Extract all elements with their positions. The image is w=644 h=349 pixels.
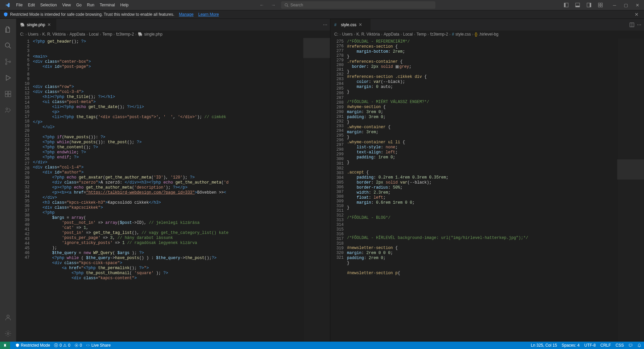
notifications-icon[interactable]	[637, 343, 641, 347]
svg-point-12	[5, 43, 10, 47]
breadcrumb-segment[interactable]: fz3temp-2	[116, 32, 134, 37]
breadcrumbs-left[interactable]: C:›Users›K. R. Viktória›AppData›Local›Te…	[16, 31, 330, 38]
breadcrumb-segment[interactable]: #style.css	[452, 32, 471, 37]
menu-file[interactable]: File	[13, 3, 25, 7]
svg-rect-7	[590, 3, 591, 7]
breadcrumb-segment[interactable]: {}.hirlevel-bg	[475, 32, 498, 37]
breadcrumb-segment[interactable]: AppData	[69, 32, 85, 37]
svg-line-1	[287, 6, 288, 7]
breadcrumb-segment[interactable]: K. R. Viktória	[42, 32, 66, 37]
menu-edit[interactable]: Edit	[25, 3, 38, 7]
accounts-icon[interactable]	[0, 309, 16, 326]
layout-secondary-sidebar-icon[interactable]	[584, 0, 594, 10]
tab-close[interactable]: ✕	[47, 22, 51, 27]
manage-link[interactable]: Manage	[179, 12, 194, 17]
menu-view[interactable]: View	[59, 3, 73, 7]
svg-point-22	[7, 315, 9, 317]
breadcrumbs-right[interactable]: C:›Users›K. R. Viktória›AppData›Local›Te…	[330, 31, 644, 38]
tab-close[interactable]: ✕	[359, 22, 362, 27]
breadcrumb-segment[interactable]: Users	[28, 32, 38, 37]
eol-status[interactable]: CRLF	[600, 343, 611, 348]
svg-rect-8	[598, 3, 600, 5]
feedback-icon[interactable]	[629, 343, 633, 347]
indentation-status[interactable]: Spaces: 4	[562, 343, 580, 348]
tab-more-actions-icon[interactable]: ⋯	[637, 22, 641, 27]
svg-point-27	[76, 345, 77, 346]
svg-rect-18	[8, 91, 11, 94]
liveshare-icon[interactable]	[0, 102, 16, 118]
minimap-left[interactable]	[303, 38, 330, 342]
menu-selection[interactable]: Selection	[38, 3, 59, 7]
svg-point-21	[6, 108, 8, 110]
tab-style-css[interactable]: # style.css ✕	[330, 19, 371, 31]
run-debug-icon[interactable]	[0, 70, 16, 86]
problems-status[interactable]: ⓧ0 ⚠0	[54, 343, 70, 348]
remote-indicator[interactable]	[0, 342, 10, 349]
window-close[interactable]: ✕	[632, 0, 643, 10]
tab-label: style.css	[341, 22, 357, 27]
restricted-mode-status[interactable]: Restricted Mode	[15, 343, 50, 348]
nav-back[interactable]: ←	[257, 2, 267, 8]
svg-line-13	[9, 47, 11, 49]
restricted-mode-banner: Restricted Mode is intended for safe cod…	[0, 10, 644, 19]
command-center-search[interactable]: Search	[281, 1, 435, 9]
menu-help[interactable]: Help	[118, 3, 131, 7]
language-mode[interactable]: CSS	[615, 343, 624, 348]
svg-rect-20	[8, 94, 11, 97]
vscode-icon	[4, 2, 11, 8]
ports-status[interactable]: 0	[74, 343, 82, 348]
window-maximize[interactable]: ▢	[621, 0, 631, 10]
svg-rect-17	[5, 91, 8, 94]
breadcrumb-segment[interactable]: 🐘single.php	[138, 32, 163, 37]
svg-point-23	[7, 333, 9, 335]
css-file-icon: #	[334, 22, 339, 27]
tab-single-php[interactable]: 🐘 single.php ✕	[16, 19, 56, 31]
explorer-icon[interactable]	[0, 21, 16, 38]
breadcrumb-segment[interactable]: Users	[342, 32, 353, 37]
breadcrumb-segment[interactable]: C:	[334, 32, 338, 37]
tab-label: single.php	[27, 22, 45, 27]
tabs-right: # style.css ✕ ⋯	[330, 19, 644, 31]
layout-panel-icon[interactable]	[572, 0, 583, 10]
breadcrumb-segment[interactable]: Temp	[417, 32, 426, 37]
settings-gear-icon[interactable]	[0, 326, 16, 342]
close-notification[interactable]: ✕	[633, 12, 641, 17]
breadcrumb-segment[interactable]: Temp	[102, 32, 112, 37]
split-editor-icon[interactable]	[630, 22, 634, 27]
encoding-status[interactable]: UTF-8	[584, 343, 596, 348]
css-file-icon: #	[452, 32, 454, 37]
breadcrumb-segment[interactable]: Local	[89, 32, 99, 37]
editor-group-right: # style.css ✕ ⋯ C:›Users›K. R. Viktória›…	[330, 19, 644, 342]
editor-group-left: 🐘 single.php ✕ ⋯ C:›Users›K. R. Viktória…	[16, 19, 330, 342]
svg-rect-3	[564, 3, 566, 7]
php-file-icon: 🐘	[20, 22, 25, 27]
menu-run[interactable]: Run	[84, 3, 97, 7]
svg-rect-11	[601, 5, 602, 7]
menu-terminal[interactable]: Terminal	[97, 3, 117, 7]
breadcrumb-segment[interactable]: Local	[403, 32, 413, 37]
cursor-position[interactable]: Ln 325, Col 15	[531, 343, 557, 348]
extensions-icon[interactable]	[0, 86, 16, 102]
source-control-icon[interactable]	[0, 54, 16, 70]
search-activity-icon[interactable]	[0, 38, 16, 54]
window-minimize[interactable]: ─	[609, 0, 620, 10]
editor-content-left[interactable]: <?php get_header(); ?> <main> <div class…	[33, 38, 303, 342]
layout-primary-sidebar-icon[interactable]	[561, 0, 572, 10]
breadcrumb-segment[interactable]: fz3temp-2	[430, 32, 448, 37]
minimap-right[interactable]	[617, 38, 644, 342]
editor-content-right[interactable]: /*FŐOLDAL - REFERENCIÁIM*/ #references-s…	[347, 38, 618, 342]
nav-forward[interactable]: →	[268, 2, 278, 8]
liveshare-status[interactable]: Live Share	[86, 343, 110, 348]
menu-go[interactable]: Go	[73, 3, 84, 7]
search-icon	[284, 3, 288, 7]
customize-layout-icon[interactable]	[595, 0, 606, 10]
breadcrumb-segment[interactable]: AppData	[384, 32, 399, 37]
line-gutter-right: 275 276 277 278 279 280 281 282 283 284 …	[330, 38, 347, 342]
svg-point-15	[5, 63, 7, 65]
breadcrumb-segment[interactable]: K. R. Viktória	[357, 32, 380, 37]
shield-icon	[3, 12, 8, 17]
breadcrumb-segment[interactable]: C:	[20, 32, 24, 37]
tab-more-actions-icon[interactable]: ⋯	[323, 22, 327, 27]
svg-rect-5	[576, 6, 580, 7]
learn-more-link[interactable]: Learn More	[198, 12, 219, 17]
